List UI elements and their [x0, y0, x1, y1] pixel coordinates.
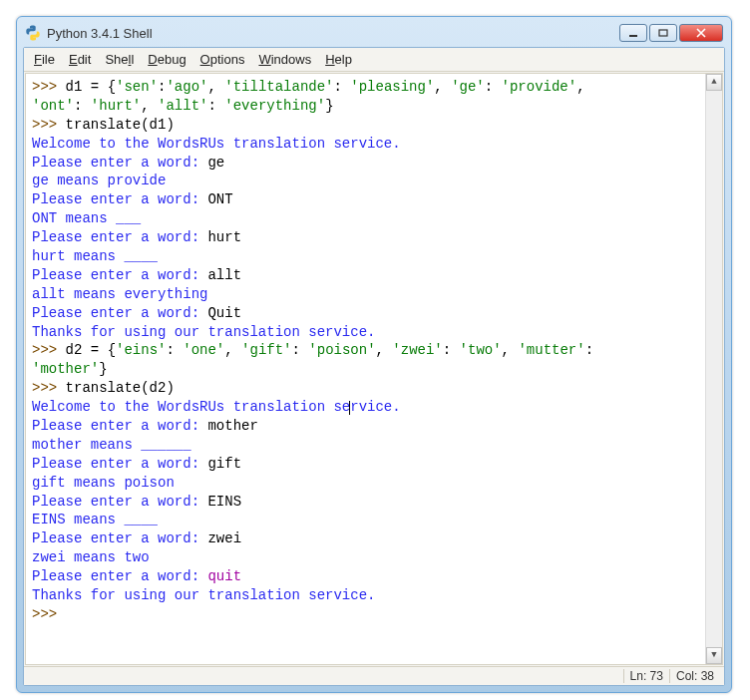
code-text: d1 =	[66, 79, 108, 95]
user-input: quit	[207, 568, 241, 584]
vertical-scrollbar[interactable]: ▲ ▼	[705, 74, 722, 664]
str: 'gift'	[241, 342, 291, 358]
menu-windows[interactable]: Windows	[258, 52, 311, 67]
str: 'ago'	[166, 79, 207, 95]
str: 'sen'	[116, 79, 158, 95]
str: 'poison'	[308, 342, 375, 358]
window-title: Python 3.4.1 Shell	[47, 26, 619, 41]
menu-debug[interactable]: Debug	[148, 52, 186, 67]
menu-shell[interactable]: Shell	[105, 52, 134, 67]
svg-rect-0	[629, 35, 637, 37]
user-input: Quit	[207, 305, 241, 321]
prompt-label: Please enter a word:	[32, 418, 207, 434]
user-input: gift	[207, 456, 241, 472]
str: 'provide'	[502, 79, 577, 95]
output-line: EINS means ____	[32, 512, 158, 527]
user-input: ONT	[207, 191, 232, 207]
user-input: allt	[207, 267, 241, 283]
output-line: Thanks for using our translation service…	[32, 324, 375, 340]
str: 'mother'	[32, 361, 99, 377]
str: 'mutter'	[518, 342, 584, 358]
prompt-label: Please enter a word:	[32, 305, 207, 321]
repl-prompt: >>>	[32, 606, 66, 622]
user-input: EINS	[207, 494, 241, 510]
str: 'zwei'	[392, 342, 442, 358]
prompt-label: Please enter a word:	[32, 229, 207, 245]
output-line: hurt means ____	[32, 248, 158, 264]
status-line: Ln: 73	[623, 669, 669, 683]
code-text: translate(d2)	[66, 380, 175, 396]
minimize-button[interactable]	[619, 24, 647, 42]
output-line: Welcome to the WordsRUs translation se	[32, 399, 350, 415]
status-bar: Ln: 73 Col: 38	[24, 666, 724, 685]
prompt-label: Please enter a word:	[32, 494, 207, 510]
prompt-label: Please enter a word:	[32, 568, 207, 584]
user-input: ge	[207, 155, 224, 171]
scroll-down-arrow-icon[interactable]: ▼	[706, 647, 722, 664]
python-icon	[25, 25, 41, 41]
code-text: d2 =	[66, 342, 108, 358]
user-input: hurt	[207, 229, 241, 245]
output-line: ge means provide	[32, 173, 166, 188]
str: 'ont'	[32, 98, 74, 114]
titlebar: Python 3.4.1 Shell	[23, 23, 725, 47]
str: 'hurt'	[91, 98, 141, 114]
str: 'two'	[460, 342, 502, 358]
str: 'one'	[183, 342, 224, 358]
scroll-up-arrow-icon[interactable]: ▲	[706, 74, 722, 91]
scrollbar-track[interactable]	[706, 91, 722, 647]
code-text: translate(d1)	[66, 117, 175, 133]
repl-prompt: >>>	[32, 79, 66, 95]
output-line: mother means ______	[32, 437, 191, 453]
prompt-label: Please enter a word:	[32, 191, 207, 207]
python-shell-window: Python 3.4.1 Shell File Edit Shell Debug…	[16, 16, 732, 693]
user-input: zwei	[207, 530, 241, 546]
client-area: File Edit Shell Debug Options Windows He…	[23, 47, 725, 686]
output-line: Welcome to the WordsRUs translation serv…	[32, 136, 401, 152]
repl-prompt: >>>	[32, 117, 66, 133]
console-area[interactable]: >>> d1 = {'sen':'ago', 'tilltalande': 'p…	[25, 73, 723, 665]
maximize-button[interactable]	[649, 24, 677, 42]
output-line: allt means everything	[32, 286, 207, 302]
repl-prompt: >>>	[32, 342, 66, 358]
prompt-label: Please enter a word:	[32, 267, 207, 283]
brace: {	[108, 79, 116, 95]
menu-options[interactable]: Options	[200, 52, 245, 67]
output-line: rvice.	[350, 399, 400, 415]
window-buttons	[619, 24, 723, 42]
brace: {	[108, 342, 116, 358]
str: 'ge'	[451, 79, 485, 95]
svg-rect-1	[659, 30, 667, 36]
menu-edit[interactable]: Edit	[69, 52, 91, 67]
menu-bar: File Edit Shell Debug Options Windows He…	[24, 48, 724, 72]
repl-prompt: >>>	[32, 380, 66, 396]
output-line: ONT means ___	[32, 210, 141, 226]
menu-help[interactable]: Help	[325, 52, 352, 67]
prompt-label: Please enter a word:	[32, 456, 207, 472]
output-line: Thanks for using our translation service…	[32, 587, 375, 603]
brace: }	[325, 98, 333, 114]
console-output: >>> d1 = {'sen':'ago', 'tilltalande': 'p…	[32, 78, 716, 624]
brace: }	[99, 361, 107, 377]
status-col: Col: 38	[669, 669, 720, 683]
menu-file[interactable]: File	[34, 52, 55, 67]
str: 'eins'	[116, 342, 166, 358]
close-button[interactable]	[679, 24, 723, 42]
str: 'allt'	[158, 98, 207, 114]
output-line: zwei means two	[32, 549, 150, 565]
str: 'tilltalande'	[224, 79, 333, 95]
str: 'everything'	[224, 98, 325, 114]
prompt-label: Please enter a word:	[32, 530, 207, 546]
str: 'pleasing'	[350, 79, 434, 95]
user-input: mother	[207, 418, 257, 434]
output-line: gift means poison	[32, 475, 175, 491]
prompt-label: Please enter a word:	[32, 155, 207, 171]
